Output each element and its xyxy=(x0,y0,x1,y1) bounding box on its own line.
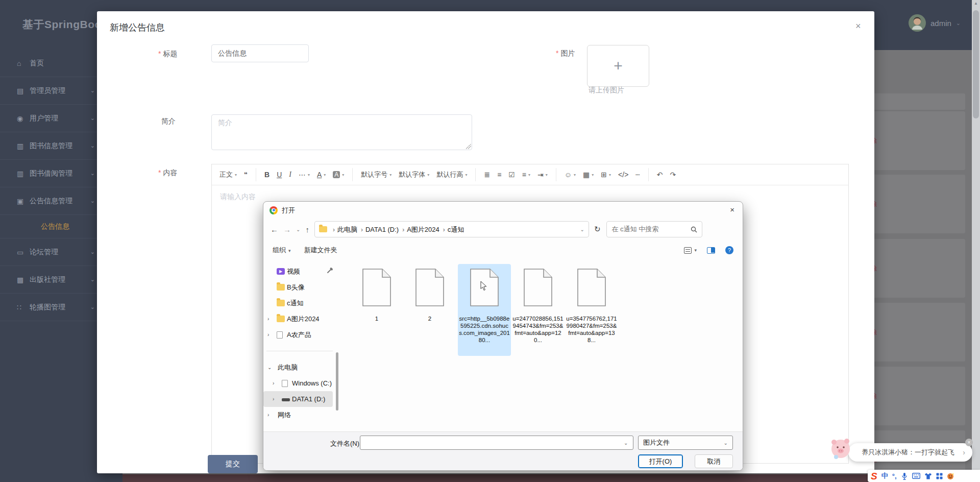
more-style-button[interactable]: ⋯ ▾ xyxy=(295,167,313,182)
title-input[interactable] xyxy=(211,44,309,62)
align-button[interactable]: ≡ ▾ xyxy=(519,167,534,182)
expand-chevron-icon[interactable]: › xyxy=(273,380,281,386)
redo-button[interactable]: ↷ xyxy=(667,167,680,182)
scrollbar-up-arrow[interactable]: ▲ xyxy=(972,1,980,6)
recent-locations-icon[interactable]: ⌄ xyxy=(296,227,300,232)
toolbox-grid-icon[interactable] xyxy=(936,473,943,479)
file-item-1[interactable]: 1 xyxy=(350,264,403,356)
toolbar-separator[interactable] xyxy=(648,168,649,181)
skin-shirt-icon[interactable] xyxy=(924,473,932,479)
insert-table-button[interactable]: ⊞ ▾ xyxy=(597,167,615,182)
required-star: * xyxy=(158,50,161,58)
chinese-mode-icon[interactable]: 中 xyxy=(881,471,888,480)
organize-button[interactable]: 组织▾ xyxy=(273,246,291,255)
ordered-list-button[interactable]: ≡ xyxy=(494,167,505,182)
font-color-button[interactable]: A ▾ xyxy=(313,167,329,182)
bold-button[interactable]: B xyxy=(261,167,273,182)
pig-mascot[interactable] xyxy=(829,437,853,460)
sogou-logo[interactable]: S xyxy=(871,471,877,481)
bullet-list-button[interactable]: ≣ xyxy=(480,167,494,182)
file-item-2[interactable]: 2 xyxy=(403,264,456,356)
expand-chevron-icon[interactable]: › xyxy=(273,396,281,402)
breadcrumb-data1[interactable]: ›DATA1 (D:) xyxy=(358,225,399,234)
tree-item-a-produce[interactable]: › A农产品 xyxy=(263,327,336,343)
emoji-face-icon[interactable] xyxy=(947,472,954,480)
tree-scrollbar[interactable] xyxy=(336,352,338,411)
help-icon[interactable]: ? xyxy=(725,246,733,254)
tree-item-data1-d[interactable]: › DATA1 (D:) xyxy=(263,391,333,407)
font-family-select[interactable]: 默认字体 ▾ xyxy=(395,167,433,182)
ime-chat-bubble[interactable]: 养只冰淇淋小猪：一打字就起飞 › xyxy=(848,443,972,462)
forward-icon[interactable]: → xyxy=(283,225,291,234)
image-upload-button[interactable]: + xyxy=(587,45,649,87)
expand-chevron-icon[interactable]: › xyxy=(267,412,276,418)
tree-item-icon xyxy=(277,316,285,322)
toolbar-separator[interactable] xyxy=(556,168,556,181)
emoji-button[interactable]: ☺ ▾ xyxy=(561,167,579,182)
tree-item-windows-c[interactable]: › Windows (C:) xyxy=(263,375,336,391)
tree-item-this-pc[interactable]: ⌄ 此电脑 xyxy=(263,359,336,375)
tree-item-c-notice[interactable]: c通知 xyxy=(263,295,336,311)
intro-textarea[interactable] xyxy=(211,114,472,150)
chevron-right-icon[interactable]: › xyxy=(963,448,965,456)
close-icon[interactable]: × xyxy=(855,21,861,31)
indent-button[interactable]: ⇥ ▾ xyxy=(534,167,551,182)
tree-item-network[interactable]: › 网络 xyxy=(263,407,336,423)
tree-divider[interactable] xyxy=(263,343,336,359)
quote-button[interactable]: “ xyxy=(240,167,251,182)
expand-chevron-icon[interactable]: ⌄ xyxy=(267,365,276,370)
textarea-resize-grip[interactable] xyxy=(466,144,471,149)
filename-input[interactable] xyxy=(360,436,633,450)
file-item-sohucs[interactable]: src=http__5b0988e595225.cdn.sohucs.com_i… xyxy=(458,264,511,356)
refresh-icon[interactable]: ↻ xyxy=(594,225,601,234)
file-item-u3547[interactable]: u=3547756762,1719980427&fm=253&fmt=auto&… xyxy=(565,264,618,356)
punctuation-icon[interactable]: °, xyxy=(892,472,897,480)
breadcrumb-separator: › xyxy=(330,226,337,233)
breadcrumb-this-pc[interactable]: ›此电脑 xyxy=(330,225,357,234)
view-mode-button[interactable]: ▾ xyxy=(684,247,697,254)
divider-button[interactable]: ┄ xyxy=(632,167,643,182)
toolbar-separator[interactable] xyxy=(256,168,256,181)
font-size-select[interactable]: 默认字号 ▾ xyxy=(357,167,395,182)
tree-item-videos[interactable]: 视频 xyxy=(263,263,336,279)
page-scrollbar[interactable]: ▲ xyxy=(972,0,980,482)
dialog-titlebar[interactable]: 打开 × xyxy=(263,202,743,219)
expand-chevron-icon[interactable]: › xyxy=(267,316,276,322)
user-chip[interactable]: admin ⌄ xyxy=(909,14,961,32)
chevron-down-icon[interactable]: ⌄ xyxy=(624,440,628,446)
keyboard-icon[interactable] xyxy=(912,473,920,479)
underline-button[interactable]: U xyxy=(273,167,285,182)
cancel-button[interactable]: 取消 xyxy=(695,454,733,468)
code-block-button[interactable]: </> xyxy=(615,167,632,182)
chat-close-icon[interactable]: × xyxy=(965,439,973,446)
tree-item-b-avatars[interactable]: B头像 xyxy=(263,279,336,295)
breadcrumb-a-pics-2024[interactable]: ›A图片2024 xyxy=(400,225,439,234)
microphone-icon[interactable] xyxy=(901,472,908,480)
tree-item-a-pics-2024[interactable]: › A图片2024 xyxy=(263,311,336,327)
file-item-u2477[interactable]: u=2477028856,1519454743&fm=253&fmt=auto&… xyxy=(511,264,565,356)
filetype-select[interactable]: 图片文件 ⌄ xyxy=(638,436,733,450)
search-box[interactable]: 在 c通知 中搜索 xyxy=(606,221,702,237)
breadcrumb-c-notice[interactable]: ›c通知 xyxy=(440,225,464,234)
scrollbar-thumb[interactable] xyxy=(973,10,979,118)
highlight-color-button[interactable]: A ▾ xyxy=(329,167,348,182)
preview-pane-icon[interactable] xyxy=(707,247,715,254)
up-icon[interactable]: ↑ xyxy=(305,225,309,234)
format-select[interactable]: 正文 ▾ xyxy=(216,167,240,182)
line-height-select[interactable]: 默认行高 ▾ xyxy=(433,167,471,182)
dialog-close-icon[interactable]: × xyxy=(730,206,734,213)
undo-button[interactable]: ↶ xyxy=(653,167,667,182)
address-bar[interactable]: ›此电脑›DATA1 (D:)›A图片2024›c通知 ⌄ xyxy=(314,221,589,237)
expand-chevron-icon[interactable]: › xyxy=(267,332,276,338)
insert-image-button[interactable]: ▦ ▾ xyxy=(579,167,597,182)
toolbar-separator[interactable] xyxy=(475,168,476,181)
toolbar-separator[interactable] xyxy=(352,168,353,181)
submit-button[interactable]: 提交 xyxy=(208,455,258,473)
chevron-down-icon[interactable]: ⌄ xyxy=(580,227,584,232)
back-icon[interactable]: ← xyxy=(271,225,278,234)
dialog-title: 打开 xyxy=(282,206,295,215)
todo-list-button[interactable]: ☑ xyxy=(505,167,519,182)
italic-button[interactable]: I xyxy=(285,167,295,182)
new-folder-button[interactable]: 新建文件夹 xyxy=(304,246,337,255)
open-button[interactable]: 打开(O) xyxy=(638,454,683,468)
